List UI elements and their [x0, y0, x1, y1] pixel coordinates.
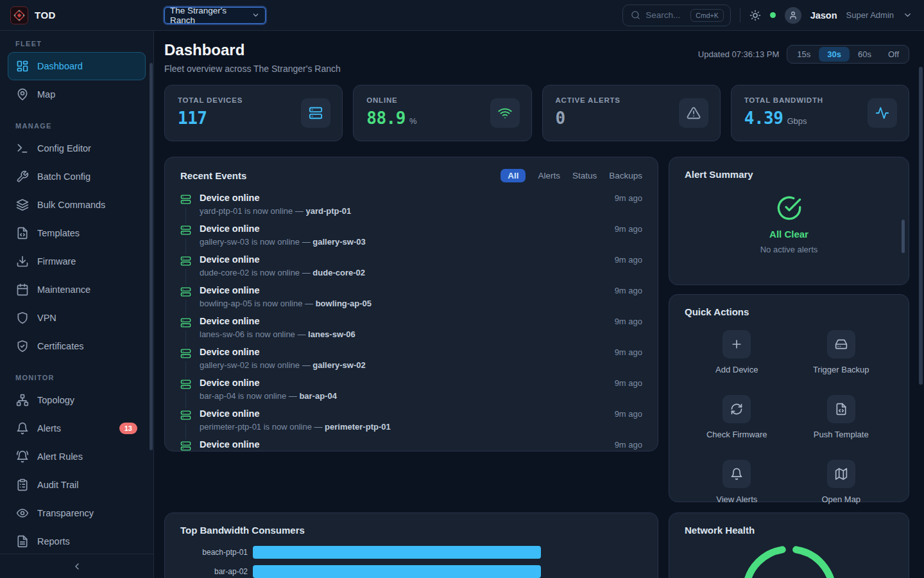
global-search[interactable]: Cmd+K: [622, 4, 730, 26]
file-code-icon: [827, 395, 855, 423]
sidebar-item-reports[interactable]: Reports: [8, 527, 146, 554]
stat-unit: %: [409, 116, 417, 126]
event-row[interactable]: Device onlinelanes-sw-06 is now online —…: [180, 314, 642, 345]
check-circle-icon: [776, 195, 802, 221]
stat-value: 88.9: [366, 109, 406, 128]
stat-value: 117: [178, 109, 207, 128]
terminal-icon: [16, 142, 29, 155]
server-icon: [180, 223, 191, 238]
alert-summary-panel: Alert Summary All Clear No active alerts: [669, 157, 909, 285]
sidebar-section-label-monitor: MONITOR: [15, 374, 138, 381]
download-icon: [16, 255, 29, 268]
event-row[interactable]: Device onlineyard-ptp-01 is now online —…: [180, 191, 642, 222]
network-icon: [16, 394, 29, 407]
quick-action-open-map[interactable]: Open Map: [789, 460, 894, 504]
quick-action-label: Open Map: [821, 495, 860, 504]
sidebar-item-label: Config Editor: [37, 143, 91, 153]
events-tab-all[interactable]: All: [501, 169, 526, 182]
events-tab-alerts[interactable]: Alerts: [538, 171, 560, 180]
event-row[interactable]: Device online9m ago: [180, 437, 642, 451]
topbar: TOD The Stranger's Ranch Cmd+K Jason: [0, 0, 924, 31]
stat-value: 0: [556, 109, 565, 128]
quick-action-label: Push Template: [814, 430, 869, 439]
bandwidth-bar-chart: beach-ptp-01bar-ap-02: [180, 546, 642, 578]
sidebar-item-maintenance[interactable]: Maintenance: [8, 276, 146, 304]
refresh-option-60s[interactable]: 60s: [850, 47, 880, 62]
topbar-divider: [740, 8, 740, 22]
sidebar-item-config-editor[interactable]: Config Editor: [8, 134, 146, 162]
sidebar-item-label: Firmware: [37, 256, 76, 267]
sidebar-collapse-button[interactable]: [0, 554, 153, 578]
sidebar-item-audit-trail[interactable]: Audit Trail: [8, 471, 146, 499]
server-icon: [180, 439, 191, 451]
quick-action-label: Check Firmware: [706, 430, 767, 439]
sidebar-item-label: Transparency: [37, 508, 94, 518]
event-title: Device online: [200, 285, 606, 296]
event-time: 9m ago: [615, 223, 642, 252]
sidebar-item-label: Batch Config: [37, 171, 90, 182]
alert-summary-title: Alert Summary: [685, 169, 893, 180]
sidebar-item-certificates[interactable]: Certificates: [8, 332, 146, 360]
event-row[interactable]: Device onlinebar-ap-04 is now online — b…: [180, 376, 642, 407]
quick-action-label: Add Device: [715, 365, 758, 374]
main-content: Dashboard Fleet overview across The Stra…: [154, 31, 924, 578]
network-health-panel: Network Health 88: [669, 512, 909, 578]
bandwidth-bar: [253, 546, 541, 559]
server-icon: [301, 98, 330, 128]
events-scrollbar[interactable]: [902, 220, 905, 253]
search-icon: [631, 10, 640, 20]
wrench-icon: [16, 170, 29, 183]
theme-toggle-button[interactable]: [749, 10, 761, 21]
sidebar-item-alert-rules[interactable]: Alert Rules: [8, 442, 146, 471]
sidebar-scrollbar[interactable]: [150, 63, 153, 450]
server-icon: [180, 316, 191, 330]
sidebar-item-bulk-commands[interactable]: Bulk Commands: [8, 191, 146, 219]
quick-action-add-device[interactable]: Add Device: [685, 330, 789, 374]
refresh-option-off[interactable]: Off: [880, 47, 907, 62]
quick-actions-panel: Quick Actions Add DeviceTrigger BackupCh…: [669, 294, 909, 502]
quick-action-check-firmware[interactable]: Check Firmware: [685, 395, 789, 439]
sidebar-item-alerts[interactable]: Alerts13: [8, 414, 146, 442]
sidebar-item-label: Topology: [37, 395, 74, 405]
sidebar-item-batch-config[interactable]: Batch Config: [8, 162, 146, 191]
stat-value: 4.39: [744, 109, 783, 128]
bell-icon: [723, 460, 751, 488]
user-avatar[interactable]: [785, 7, 801, 24]
event-description: yard-ptp-01 is now online — yard-ptp-01: [200, 206, 606, 216]
quick-action-view-alerts[interactable]: View Alerts: [685, 460, 789, 504]
event-row[interactable]: Device onlinebowling-ap-05 is now online…: [180, 283, 642, 314]
sidebar-item-label: Bulk Commands: [37, 200, 105, 210]
event-title: Device online: [200, 223, 606, 234]
site-selector[interactable]: The Stranger's Ranch: [164, 7, 266, 24]
refresh-option-15s[interactable]: 15s: [789, 47, 819, 62]
event-time: 9m ago: [615, 408, 642, 437]
event-row[interactable]: Device onlinedude-core-02 is now online …: [180, 252, 642, 283]
clipboard-icon: [16, 478, 29, 491]
map-icon: [827, 460, 855, 488]
page-scrollbar[interactable]: [919, 67, 923, 385]
quick-action-trigger-backup[interactable]: Trigger Backup: [789, 330, 894, 374]
sidebar-item-label: Templates: [37, 228, 80, 238]
sidebar-item-templates[interactable]: Templates: [8, 219, 146, 247]
network-health-gauge: 88: [685, 540, 893, 578]
sidebar-item-vpn[interactable]: VPN: [8, 304, 146, 332]
sidebar-item-firmware[interactable]: Firmware: [8, 247, 146, 276]
stats-row: TOTAL DEVICES117ONLINE88.9%ACTIVE ALERTS…: [164, 85, 909, 141]
quick-action-push-template[interactable]: Push Template: [789, 395, 894, 439]
event-row[interactable]: Device onlinegallery-sw-03 is now online…: [180, 222, 642, 252]
sidebar-item-transparency[interactable]: Transparency: [8, 499, 146, 527]
user-menu-chevron[interactable]: [903, 10, 912, 20]
search-input[interactable]: [646, 10, 685, 20]
event-title: Device online: [200, 439, 606, 450]
sidebar-item-dashboard[interactable]: Dashboard: [8, 52, 146, 80]
events-tab-backups[interactable]: Backups: [609, 171, 642, 180]
events-tab-status[interactable]: Status: [572, 171, 597, 180]
event-row[interactable]: Device onlinegallery-sw-02 is now online…: [180, 345, 642, 376]
sidebar-item-topology[interactable]: Topology: [8, 386, 146, 414]
event-title: Device online: [200, 378, 606, 389]
event-description: bowling-ap-05 is now online — bowling-ap…: [200, 299, 606, 308]
event-row[interactable]: Device onlineperimeter-ptp-01 is now onl…: [180, 407, 642, 437]
sidebar-item-map[interactable]: Map: [8, 80, 146, 109]
refresh-option-30s[interactable]: 30s: [819, 47, 850, 62]
server-icon: [180, 285, 191, 299]
